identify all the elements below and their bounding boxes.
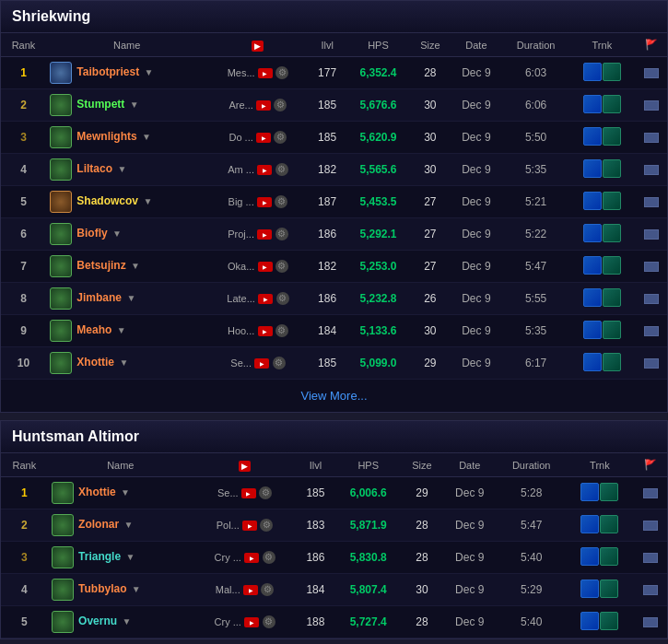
settings-icon[interactable]: ⚙ (273, 357, 286, 369)
name-dropdown-arrow[interactable]: ▼ (123, 520, 133, 530)
flag-icon[interactable] (644, 133, 659, 143)
youtube-icon[interactable] (258, 68, 273, 78)
col-date[interactable]: Date (442, 453, 497, 477)
col-ilvl[interactable]: Ilvl (296, 453, 334, 477)
action-icon[interactable] (583, 288, 602, 307)
action-icon[interactable] (603, 127, 621, 146)
name-dropdown-arrow[interactable]: ▼ (143, 196, 152, 206)
player-name-link[interactable]: Overnu (78, 615, 117, 627)
action-icon[interactable] (583, 159, 602, 178)
player-name-link[interactable]: Mewnlights (76, 130, 136, 143)
youtube-icon[interactable] (243, 585, 258, 595)
youtube-icon[interactable] (244, 553, 259, 563)
col-date[interactable]: Date (450, 33, 502, 57)
player-avatar[interactable] (50, 255, 72, 277)
player-name-link[interactable]: Xhottie (78, 486, 116, 498)
settings-icon[interactable]: ⚙ (274, 131, 287, 144)
flag-cell[interactable] (634, 606, 667, 638)
flag-icon[interactable] (644, 358, 659, 369)
settings-icon[interactable]: ⚙ (275, 66, 288, 79)
action-icon[interactable] (603, 256, 621, 275)
col-hps[interactable]: HPS (335, 453, 402, 477)
action-icon[interactable] (600, 547, 618, 566)
flag-icon[interactable] (643, 617, 658, 627)
flag-cell[interactable] (635, 251, 667, 283)
col-trnk[interactable]: Trnk (566, 453, 634, 477)
youtube-icon[interactable] (258, 326, 273, 336)
player-avatar[interactable] (50, 126, 72, 148)
player-avatar[interactable] (50, 62, 72, 84)
flag-cell[interactable] (635, 186, 667, 218)
name-dropdown-arrow[interactable]: ▼ (121, 487, 130, 498)
player-avatar[interactable] (50, 94, 72, 116)
settings-icon[interactable]: ⚙ (276, 292, 289, 305)
flag-icon[interactable] (644, 165, 659, 175)
youtube-icon[interactable] (258, 294, 273, 304)
view-more-link[interactable]: View More... (300, 389, 367, 403)
col-duration[interactable]: Duration (497, 453, 566, 477)
action-icon[interactable] (603, 288, 621, 307)
name-dropdown-arrow[interactable]: ▼ (122, 616, 131, 626)
flag-cell[interactable] (635, 122, 667, 154)
player-name-link[interactable]: Xhottie (76, 356, 114, 369)
action-icon[interactable] (600, 580, 618, 598)
player-name-link[interactable]: Meaho (76, 323, 111, 336)
flag-cell[interactable] (635, 218, 667, 251)
name-dropdown-arrow[interactable]: ▼ (125, 552, 135, 562)
flag-cell[interactable] (634, 509, 667, 542)
player-name-link[interactable]: Jimbane (76, 291, 122, 304)
col-size[interactable]: Size (410, 33, 450, 57)
flag-icon[interactable] (643, 553, 658, 563)
player-name-link[interactable]: Liltaco (76, 162, 112, 175)
col-ilvl[interactable]: Ilvl (309, 33, 346, 57)
player-name-link[interactable]: Biofly (76, 227, 107, 240)
action-icon[interactable] (580, 580, 599, 598)
settings-icon[interactable]: ⚙ (275, 228, 288, 240)
player-avatar[interactable] (52, 546, 74, 568)
settings-icon[interactable]: ⚙ (261, 583, 274, 596)
flag-cell[interactable] (634, 542, 667, 574)
name-dropdown-arrow[interactable]: ▼ (117, 164, 126, 174)
col-size[interactable]: Size (402, 453, 442, 477)
flag-cell[interactable] (635, 89, 667, 122)
action-icon[interactable] (583, 63, 602, 81)
action-icon[interactable] (603, 192, 621, 210)
player-name-link[interactable]: Shadowcov (76, 194, 138, 207)
youtube-icon[interactable] (258, 262, 273, 272)
flag-cell[interactable] (635, 283, 667, 315)
flag-cell[interactable] (635, 154, 667, 186)
name-dropdown-arrow[interactable]: ▼ (130, 100, 139, 110)
player-avatar[interactable] (52, 482, 74, 504)
action-icon[interactable] (600, 483, 618, 501)
col-trnk[interactable]: Trnk (569, 33, 635, 57)
flag-icon[interactable] (644, 229, 659, 240)
flag-icon[interactable] (643, 585, 658, 595)
action-icon[interactable] (603, 63, 621, 81)
action-icon[interactable] (583, 353, 602, 371)
flag-icon[interactable] (643, 488, 658, 498)
player-avatar[interactable] (50, 320, 72, 342)
flag-icon[interactable] (644, 262, 659, 272)
flag-icon[interactable] (644, 100, 659, 111)
action-icon[interactable] (600, 515, 618, 533)
name-dropdown-arrow[interactable]: ▼ (131, 261, 140, 271)
settings-icon[interactable]: ⚙ (259, 486, 272, 499)
action-icon[interactable] (603, 321, 621, 339)
action-icon[interactable] (583, 127, 602, 146)
player-name-link[interactable]: Triangle (78, 550, 121, 563)
player-avatar[interactable] (50, 287, 72, 310)
player-avatar[interactable] (52, 579, 74, 601)
action-icon[interactable] (583, 192, 602, 210)
flag-cell[interactable] (635, 57, 667, 89)
flag-icon[interactable] (644, 326, 659, 336)
flag-cell[interactable] (634, 477, 667, 509)
action-icon[interactable] (583, 224, 602, 242)
name-dropdown-arrow[interactable]: ▼ (142, 132, 151, 142)
settings-icon[interactable]: ⚙ (275, 324, 288, 337)
flag-icon[interactable] (644, 68, 659, 78)
col-duration[interactable]: Duration (503, 33, 569, 57)
flag-icon[interactable] (644, 197, 659, 207)
player-avatar[interactable] (50, 158, 72, 181)
name-dropdown-arrow[interactable]: ▼ (112, 228, 122, 239)
player-avatar[interactable] (50, 191, 72, 213)
